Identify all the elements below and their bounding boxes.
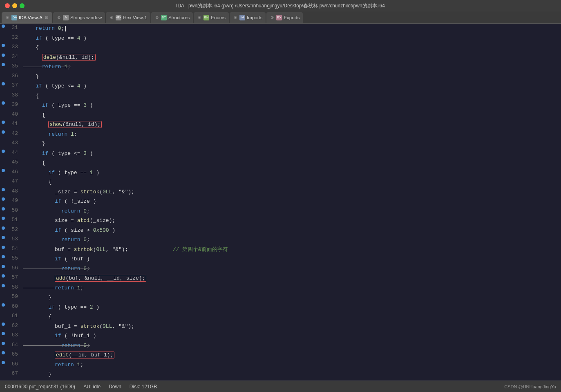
line-number-43: 43 [7, 139, 21, 146]
code-line-46: 46 if ( type == 1 ) [0, 168, 561, 178]
tab-exports[interactable]: ⊗ EX Exports [266, 12, 303, 23]
line-dot-34 [0, 53, 7, 57]
line-number-63: 63 [7, 331, 21, 338]
tab-ida-view-a[interactable]: ⊗ IDA IDA View-A ⊞ [2, 12, 52, 23]
line-dot-60 [0, 302, 7, 307]
line-number-55: 55 [7, 254, 21, 261]
line-dot-42 [0, 130, 7, 134]
code-line-57: 57 add(buf, &null, __id, size); [0, 273, 561, 283]
code-line-43: 43 } [0, 139, 561, 149]
line-content-49: if ( !_size ) [21, 197, 561, 206]
line-content-61: { [21, 312, 561, 322]
line-number-59: 59 [7, 293, 21, 300]
code-line-42: 42 return 1; [0, 130, 561, 139]
line-number-41: 41 [7, 120, 21, 127]
line-number-40: 40 [7, 110, 21, 117]
line-dot-33 [0, 43, 7, 47]
line-number-61: 61 [7, 312, 21, 319]
line-content-32: if ( type == 4 ) [21, 34, 561, 43]
structures-icon: ST [161, 15, 167, 20]
line-number-33: 33 [7, 43, 21, 50]
tab-strings-window[interactable]: ⊗ A Strings window [53, 12, 105, 23]
line-dot-46 [0, 168, 7, 172]
line-dot-62 [0, 322, 7, 326]
code-line-62: 62 buf_1 = strtok(0LL, "&"); [0, 322, 561, 332]
enums-icon: EN [203, 15, 209, 20]
tab-close-icon[interactable]: ⊗ [5, 15, 10, 20]
code-line-68: 68 } [0, 379, 561, 381]
line-content-63: if ( !buf_1 ) [21, 331, 561, 341]
line-content-46: if ( type == 1 ) [21, 168, 561, 178]
code-line-33: 33 { [0, 43, 561, 53]
code-line-61: 61 { [0, 312, 561, 322]
line-number-37: 37 [7, 81, 21, 88]
line-dot-31 [0, 24, 7, 28]
line-number-51: 51 [7, 216, 21, 223]
line-content-54: buf = strtok(0LL, "&"); // 第四个&前面的字符 [21, 245, 561, 255]
code-line-49: 49 if ( !_size ) [0, 197, 561, 206]
line-number-56: 56 [7, 264, 21, 271]
tab-label-hex: Hex View-1 [123, 15, 147, 20]
line-content-56: return 0; [21, 264, 561, 274]
tab-hex-view[interactable]: ⊗ HEX Hex View-1 [106, 12, 150, 23]
line-dot-45 [0, 158, 7, 162]
tab-imports[interactable]: ⊗ IM Imports [230, 12, 266, 23]
line-dot-40 [0, 110, 7, 114]
code-line-47: 47 { [0, 177, 561, 187]
line-number-67: 67 [7, 370, 21, 376]
code-line-52: 52 if ( size > 0x500 ) [0, 226, 561, 235]
line-number-39: 39 [7, 101, 21, 108]
line-dot-58 [0, 283, 7, 287]
line-number-66: 66 [7, 360, 21, 367]
line-content-51: size = atoi(_size); [21, 216, 561, 226]
close-button[interactable] [5, 3, 10, 8]
code-line-39: 39 if ( type == 3 ) [0, 101, 561, 110]
code-editor[interactable]: 31 return 0;32 if ( type == 4 )33 {34 de… [0, 24, 561, 381]
line-content-33: { [21, 43, 561, 53]
tab-strings-close[interactable]: ⊗ [56, 15, 61, 20]
line-dot-65 [0, 350, 7, 354]
minimize-button[interactable] [12, 3, 17, 8]
title-bar: IDA - pwn的副本.i64 (pwn) /Users/hnhuangjin… [0, 0, 561, 11]
line-number-48: 48 [7, 187, 21, 194]
imports-icon: IM [239, 15, 245, 20]
strings-icon: A [63, 15, 69, 20]
line-content-65: edit(__id, buf_1); [21, 350, 561, 360]
line-dot-36 [0, 72, 7, 76]
line-dot-57 [0, 273, 7, 278]
line-dot-68 [0, 379, 7, 381]
tab-enums-close[interactable]: ⊗ [197, 15, 202, 20]
line-content-31: return 0; [21, 24, 561, 34]
tab-enums[interactable]: ⊗ EN Enums [194, 12, 229, 23]
tab-imports-close[interactable]: ⊗ [233, 15, 238, 20]
tab-structures-close[interactable]: ⊗ [154, 15, 159, 20]
line-number-58: 58 [7, 283, 21, 290]
traffic-lights [5, 3, 25, 8]
window-title: IDA - pwn的副本.i64 (pwn) /Users/hnhuangjin… [176, 2, 385, 9]
line-number-31: 31 [7, 24, 21, 31]
exports-icon: EX [276, 15, 282, 20]
line-content-48: _size = strtok(0LL, "&"); [21, 187, 561, 197]
line-dot-47 [0, 177, 7, 181]
line-content-35: return 1; [21, 62, 561, 72]
line-number-52: 52 [7, 226, 21, 233]
line-content-44: if ( type <= 3 ) [21, 149, 561, 159]
maximize-button[interactable] [20, 3, 25, 8]
line-number-45: 45 [7, 158, 21, 165]
status-address: 000016D0 put_requst:31 (16D0) [5, 384, 75, 390]
line-number-62: 62 [7, 322, 21, 329]
code-line-64: 64 return 0; [0, 341, 561, 351]
code-line-53: 53 return 0; [0, 235, 561, 245]
line-number-68: 68 [7, 379, 21, 381]
code-line-37: 37 if ( type <= 4 ) [0, 81, 561, 91]
tab-hex-close[interactable]: ⊗ [109, 15, 114, 20]
tab-structures[interactable]: ⊗ ST Structures [151, 12, 193, 23]
tab-label-imports: Imports [247, 15, 262, 20]
tab-close-btn[interactable]: ⊞ [44, 15, 49, 20]
line-content-36: } [21, 72, 561, 82]
code-line-44: 44 if ( type <= 3 ) [0, 149, 561, 159]
line-number-36: 36 [7, 72, 21, 79]
ida-view-icon: IDA [11, 15, 17, 20]
line-dot-66 [0, 360, 7, 364]
tab-exports-close[interactable]: ⊗ [270, 15, 275, 20]
